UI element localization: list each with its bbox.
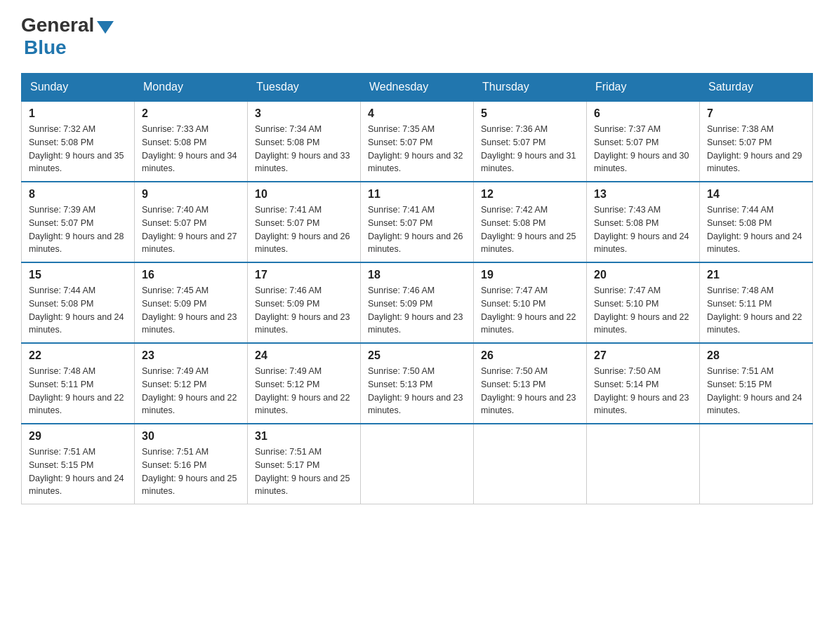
day-cell-3: 3 Sunrise: 7:34 AM Sunset: 5:08 PM Dayli… (248, 101, 361, 182)
header-sunday: Sunday (22, 74, 135, 102)
week-row-3: 15 Sunrise: 7:44 AM Sunset: 5:08 PM Dayl… (22, 262, 813, 343)
day-info: Sunrise: 7:41 AM Sunset: 5:07 PM Dayligh… (368, 203, 466, 256)
day-cell-8: 8 Sunrise: 7:39 AM Sunset: 5:07 PM Dayli… (22, 182, 135, 262)
day-info: Sunrise: 7:34 AM Sunset: 5:08 PM Dayligh… (255, 123, 353, 175)
day-info: Sunrise: 7:43 AM Sunset: 5:08 PM Dayligh… (594, 203, 692, 256)
day-number: 21 (707, 269, 805, 281)
day-cell-20: 20 Sunrise: 7:47 AM Sunset: 5:10 PM Dayl… (587, 262, 700, 343)
day-cell-6: 6 Sunrise: 7:37 AM Sunset: 5:07 PM Dayli… (587, 101, 700, 182)
day-number: 10 (255, 188, 353, 201)
day-info: Sunrise: 7:36 AM Sunset: 5:07 PM Dayligh… (481, 123, 579, 175)
day-cell-10: 10 Sunrise: 7:41 AM Sunset: 5:07 PM Dayl… (248, 182, 361, 262)
day-info: Sunrise: 7:51 AM Sunset: 5:15 PM Dayligh… (29, 445, 127, 498)
day-cell-22: 22 Sunrise: 7:48 AM Sunset: 5:11 PM Dayl… (22, 343, 135, 424)
day-cell-5: 5 Sunrise: 7:36 AM Sunset: 5:07 PM Dayli… (474, 101, 587, 182)
day-number: 25 (368, 349, 466, 362)
day-number: 7 (707, 107, 805, 120)
day-cell-28: 28 Sunrise: 7:51 AM Sunset: 5:15 PM Dayl… (700, 343, 813, 424)
empty-cell-w4-d5 (587, 424, 700, 504)
day-cell-16: 16 Sunrise: 7:45 AM Sunset: 5:09 PM Dayl… (135, 262, 248, 343)
day-number: 9 (142, 188, 240, 201)
day-cell-25: 25 Sunrise: 7:50 AM Sunset: 5:13 PM Dayl… (361, 343, 474, 424)
day-info: Sunrise: 7:32 AM Sunset: 5:08 PM Dayligh… (29, 123, 127, 175)
header-wednesday: Wednesday (361, 74, 474, 102)
logo: General Blue (21, 14, 114, 59)
day-info: Sunrise: 7:35 AM Sunset: 5:07 PM Dayligh… (368, 123, 466, 175)
day-number: 26 (481, 349, 579, 362)
day-cell-7: 7 Sunrise: 7:38 AM Sunset: 5:07 PM Dayli… (700, 101, 813, 182)
day-cell-24: 24 Sunrise: 7:49 AM Sunset: 5:12 PM Dayl… (248, 343, 361, 424)
header-friday: Friday (587, 74, 700, 102)
day-cell-2: 2 Sunrise: 7:33 AM Sunset: 5:08 PM Dayli… (135, 101, 248, 182)
empty-cell-w4-d4 (474, 424, 587, 504)
day-info: Sunrise: 7:37 AM Sunset: 5:07 PM Dayligh… (594, 123, 692, 175)
week-row-4: 22 Sunrise: 7:48 AM Sunset: 5:11 PM Dayl… (22, 343, 813, 424)
day-number: 2 (142, 107, 240, 120)
day-cell-29: 29 Sunrise: 7:51 AM Sunset: 5:15 PM Dayl… (22, 424, 135, 504)
day-cell-4: 4 Sunrise: 7:35 AM Sunset: 5:07 PM Dayli… (361, 101, 474, 182)
calendar-header-row: SundayMondayTuesdayWednesdayThursdayFrid… (22, 74, 813, 102)
day-cell-11: 11 Sunrise: 7:41 AM Sunset: 5:07 PM Dayl… (361, 182, 474, 262)
day-number: 31 (255, 430, 353, 443)
day-number: 3 (255, 107, 353, 120)
day-number: 6 (594, 107, 692, 120)
day-info: Sunrise: 7:50 AM Sunset: 5:13 PM Dayligh… (368, 365, 466, 417)
day-number: 12 (481, 188, 579, 201)
day-number: 29 (29, 430, 127, 443)
day-info: Sunrise: 7:50 AM Sunset: 5:14 PM Dayligh… (594, 365, 692, 417)
day-info: Sunrise: 7:39 AM Sunset: 5:07 PM Dayligh… (29, 203, 127, 256)
day-number: 16 (142, 269, 240, 281)
day-info: Sunrise: 7:49 AM Sunset: 5:12 PM Dayligh… (142, 365, 240, 417)
day-number: 14 (707, 188, 805, 201)
day-number: 19 (481, 269, 579, 281)
day-cell-27: 27 Sunrise: 7:50 AM Sunset: 5:14 PM Dayl… (587, 343, 700, 424)
page-header: General Blue (21, 14, 813, 59)
day-number: 22 (29, 349, 127, 362)
day-number: 13 (594, 188, 692, 201)
day-cell-13: 13 Sunrise: 7:43 AM Sunset: 5:08 PM Dayl… (587, 182, 700, 262)
day-info: Sunrise: 7:46 AM Sunset: 5:09 PM Dayligh… (368, 284, 466, 337)
day-cell-1: 1 Sunrise: 7:32 AM Sunset: 5:08 PM Dayli… (22, 101, 135, 182)
day-number: 24 (255, 349, 353, 362)
day-number: 28 (707, 349, 805, 362)
day-info: Sunrise: 7:41 AM Sunset: 5:07 PM Dayligh… (255, 203, 353, 256)
day-info: Sunrise: 7:44 AM Sunset: 5:08 PM Dayligh… (707, 203, 805, 256)
header-tuesday: Tuesday (248, 74, 361, 102)
day-cell-23: 23 Sunrise: 7:49 AM Sunset: 5:12 PM Dayl… (135, 343, 248, 424)
empty-cell-w4-d6 (700, 424, 813, 504)
day-cell-31: 31 Sunrise: 7:51 AM Sunset: 5:17 PM Dayl… (248, 424, 361, 504)
day-info: Sunrise: 7:46 AM Sunset: 5:09 PM Dayligh… (255, 284, 353, 337)
day-cell-18: 18 Sunrise: 7:46 AM Sunset: 5:09 PM Dayl… (361, 262, 474, 343)
day-number: 15 (29, 269, 127, 281)
logo-blue-text: Blue (24, 36, 67, 59)
week-row-2: 8 Sunrise: 7:39 AM Sunset: 5:07 PM Dayli… (22, 182, 813, 262)
day-cell-14: 14 Sunrise: 7:44 AM Sunset: 5:08 PM Dayl… (700, 182, 813, 262)
day-info: Sunrise: 7:40 AM Sunset: 5:07 PM Dayligh… (142, 203, 240, 256)
day-number: 18 (368, 269, 466, 281)
day-number: 5 (481, 107, 579, 120)
day-number: 11 (368, 188, 466, 201)
day-info: Sunrise: 7:47 AM Sunset: 5:10 PM Dayligh… (481, 284, 579, 337)
day-cell-17: 17 Sunrise: 7:46 AM Sunset: 5:09 PM Dayl… (248, 262, 361, 343)
day-info: Sunrise: 7:44 AM Sunset: 5:08 PM Dayligh… (29, 284, 127, 337)
day-info: Sunrise: 7:45 AM Sunset: 5:09 PM Dayligh… (142, 284, 240, 337)
day-cell-30: 30 Sunrise: 7:51 AM Sunset: 5:16 PM Dayl… (135, 424, 248, 504)
day-number: 23 (142, 349, 240, 362)
week-row-5: 29 Sunrise: 7:51 AM Sunset: 5:15 PM Dayl… (22, 424, 813, 504)
day-cell-19: 19 Sunrise: 7:47 AM Sunset: 5:10 PM Dayl… (474, 262, 587, 343)
day-info: Sunrise: 7:42 AM Sunset: 5:08 PM Dayligh… (481, 203, 579, 256)
day-info: Sunrise: 7:48 AM Sunset: 5:11 PM Dayligh… (707, 284, 805, 337)
day-info: Sunrise: 7:38 AM Sunset: 5:07 PM Dayligh… (707, 123, 805, 175)
day-info: Sunrise: 7:49 AM Sunset: 5:12 PM Dayligh… (255, 365, 353, 417)
day-number: 8 (29, 188, 127, 201)
day-number: 20 (594, 269, 692, 281)
day-info: Sunrise: 7:51 AM Sunset: 5:17 PM Dayligh… (255, 445, 353, 498)
day-info: Sunrise: 7:51 AM Sunset: 5:16 PM Dayligh… (142, 445, 240, 498)
header-thursday: Thursday (474, 74, 587, 102)
empty-cell-w4-d3 (361, 424, 474, 504)
week-row-1: 1 Sunrise: 7:32 AM Sunset: 5:08 PM Dayli… (22, 101, 813, 182)
day-info: Sunrise: 7:51 AM Sunset: 5:15 PM Dayligh… (707, 365, 805, 417)
header-monday: Monday (135, 74, 248, 102)
logo-general-text: General (21, 14, 94, 36)
day-cell-15: 15 Sunrise: 7:44 AM Sunset: 5:08 PM Dayl… (22, 262, 135, 343)
